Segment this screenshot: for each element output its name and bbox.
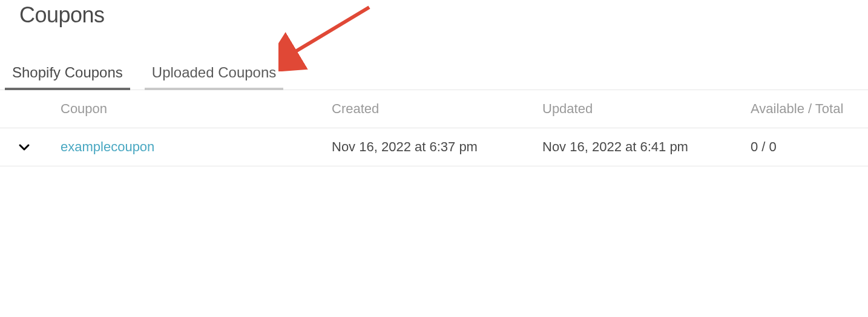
page-title: Coupons (0, 0, 868, 28)
table-row: examplecoupon Nov 16, 2022 at 6:37 pm No… (0, 128, 868, 166)
column-header-available: Available / Total (751, 101, 868, 117)
tab-shopify-coupons[interactable]: Shopify Coupons (5, 59, 130, 90)
table-header: Coupon Created Updated Available / Total (0, 90, 868, 128)
cell-created: Nov 16, 2022 at 6:37 pm (332, 139, 542, 155)
tabs-container: Shopify Coupons Uploaded Coupons (0, 59, 868, 90)
column-header-created: Created (332, 101, 542, 117)
column-header-updated: Updated (542, 101, 751, 117)
cell-updated: Nov 16, 2022 at 6:41 pm (542, 139, 751, 155)
tab-uploaded-coupons[interactable]: Uploaded Coupons (145, 59, 284, 90)
chevron-down-icon[interactable] (17, 140, 31, 154)
coupon-link[interactable]: examplecoupon (61, 139, 154, 154)
cell-available: 0 / 0 (751, 139, 868, 155)
column-header-coupon: Coupon (61, 101, 332, 117)
coupons-table: Coupon Created Updated Available / Total… (0, 90, 868, 166)
